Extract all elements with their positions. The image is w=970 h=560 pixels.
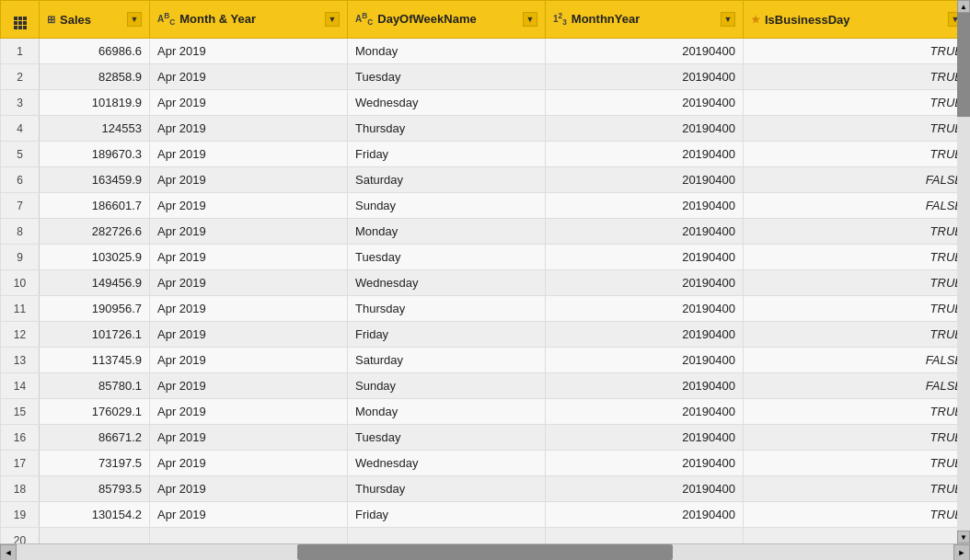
row-number: 4 xyxy=(1,116,40,142)
isbizday-cell: TRUE xyxy=(744,296,971,322)
month-year-cell: Apr 2019 xyxy=(150,502,348,528)
vscroll-track[interactable] xyxy=(957,13,970,531)
table-row: 9103025.9Apr 2019Tuesday20190400TRUE xyxy=(1,245,971,270)
table-row-empty: 20 xyxy=(1,528,971,544)
sales-cell: 85780.1 xyxy=(40,373,150,399)
table-scroll-area: ⊞ Sales ▼ ABC Month & Year ▼ xyxy=(0,0,970,543)
isbizday-cell: TRUE xyxy=(744,142,971,167)
row-number: 15 xyxy=(1,399,40,425)
sales-cell: 190956.7 xyxy=(40,296,150,322)
monthnyear-cell: 20190400 xyxy=(546,322,744,348)
day-name-cell: Wednesday xyxy=(348,451,546,476)
table-row: 5189670.3Apr 2019Friday20190400TRUE xyxy=(1,142,971,167)
row-number: 1 xyxy=(1,39,40,64)
scroll-left-button[interactable]: ◄ xyxy=(0,544,17,561)
row-number: 8 xyxy=(1,219,40,245)
month-year-cell: Apr 2019 xyxy=(150,399,348,425)
sales-cell: 85793.5 xyxy=(40,476,150,502)
row-number: 17 xyxy=(1,451,40,476)
empty-cell xyxy=(546,528,744,544)
monthnyear-cell: 20190400 xyxy=(546,116,744,142)
monthnyear-cell: 20190400 xyxy=(546,39,744,64)
table-row: 11190956.7Apr 2019Thursday20190400TRUE xyxy=(1,296,971,322)
scroll-up-button[interactable]: ▲ xyxy=(957,0,970,13)
monthnyear-column-header[interactable]: 123 MonthnYear ▼ xyxy=(546,1,744,39)
month-year-cell: Apr 2019 xyxy=(150,90,348,116)
vscroll-thumb[interactable] xyxy=(957,13,970,117)
monthnyear-filter-button[interactable]: ▼ xyxy=(721,12,735,27)
empty-cell xyxy=(744,528,971,544)
table-row: 10149456.9Apr 2019Wednesday20190400TRUE xyxy=(1,270,971,296)
isbizday-cell: FALSE xyxy=(744,373,971,399)
sales-cell: 66986.6 xyxy=(40,39,150,64)
sales-column-header[interactable]: ⊞ Sales ▼ xyxy=(40,1,150,39)
dayofweek-filter-button[interactable]: ▼ xyxy=(523,12,537,27)
table-row: 3101819.9Apr 2019Wednesday20190400TRUE xyxy=(1,90,971,116)
monthnyear-cell: 20190400 xyxy=(546,90,744,116)
day-name-cell: Thursday xyxy=(348,476,546,502)
table-row: 15176029.1Apr 2019Monday20190400TRUE xyxy=(1,399,971,425)
monthnyear-cell: 20190400 xyxy=(546,348,744,373)
month-year-header-label: Month & Year xyxy=(179,12,320,26)
data-table: ⊞ Sales ▼ ABC Month & Year ▼ xyxy=(0,0,970,560)
empty-cell xyxy=(348,528,546,544)
isbizday-cell: TRUE xyxy=(744,399,971,425)
dayofweek-column-header[interactable]: ABC DayOfWeekName ▼ xyxy=(348,1,546,39)
table-row: 8282726.6Apr 2019Monday20190400TRUE xyxy=(1,219,971,245)
dayofweek-header-label: DayOfWeekName xyxy=(377,12,518,26)
month-year-column-header[interactable]: ABC Month & Year ▼ xyxy=(150,1,348,39)
table-body: 166986.6Apr 2019Monday20190400TRUE282858… xyxy=(1,39,971,544)
isbizday-cell: TRUE xyxy=(744,322,971,348)
monthnyear-cell: 20190400 xyxy=(546,142,744,167)
day-name-cell: Wednesday xyxy=(348,90,546,116)
sales-cell: 101726.1 xyxy=(40,322,150,348)
monthnyear-cell: 20190400 xyxy=(546,502,744,528)
month-year-cell: Apr 2019 xyxy=(150,219,348,245)
sales-cell: 282726.6 xyxy=(40,219,150,245)
sales-cell: 101819.9 xyxy=(40,90,150,116)
sales-filter-button[interactable]: ▼ xyxy=(127,12,142,27)
monthnyear-cell: 20190400 xyxy=(546,245,744,270)
sales-cell: 186601.7 xyxy=(40,193,150,219)
sales-cell: 82858.9 xyxy=(40,64,150,90)
sales-cell: 103025.9 xyxy=(40,245,150,270)
isbizday-column-header[interactable]: ★ IsBusinessDay ▼ xyxy=(744,1,971,39)
monthnyear-cell: 20190400 xyxy=(546,373,744,399)
month-year-filter-button[interactable]: ▼ xyxy=(325,12,340,27)
table-row: 282858.9Apr 2019Tuesday20190400TRUE xyxy=(1,64,971,90)
hscroll-track[interactable] xyxy=(17,544,953,560)
table-row: 13113745.9Apr 2019Saturday20190400FALSE xyxy=(1,348,971,373)
vertical-scrollbar[interactable]: ▲ ▼ xyxy=(957,0,970,543)
horizontal-scrollbar[interactable]: ◄ ► xyxy=(0,543,970,560)
hscroll-thumb[interactable] xyxy=(297,544,672,560)
monthnyear-header-label: MonthnYear xyxy=(572,12,716,26)
isbizday-cell: TRUE xyxy=(744,245,971,270)
row-number: 10 xyxy=(1,270,40,296)
isbizday-cell: FALSE xyxy=(744,193,971,219)
dayofweek-icon: ABC xyxy=(355,11,373,27)
monthnyear-cell: 20190400 xyxy=(546,425,744,451)
header-row: ⊞ Sales ▼ ABC Month & Year ▼ xyxy=(1,1,971,39)
month-year-cell: Apr 2019 xyxy=(150,245,348,270)
isbizday-cell: TRUE xyxy=(744,451,971,476)
isbizday-icon: ★ xyxy=(751,14,760,26)
month-year-cell: Apr 2019 xyxy=(150,116,348,142)
monthnyear-cell: 20190400 xyxy=(546,270,744,296)
month-year-cell: Apr 2019 xyxy=(150,296,348,322)
isbizday-cell: FALSE xyxy=(744,167,971,193)
row-number: 18 xyxy=(1,476,40,502)
sales-cell: 130154.2 xyxy=(40,502,150,528)
month-year-cell: Apr 2019 xyxy=(150,193,348,219)
month-year-cell: Apr 2019 xyxy=(150,142,348,167)
scroll-down-button[interactable]: ▼ xyxy=(957,531,970,543)
isbizday-cell: TRUE xyxy=(744,90,971,116)
scroll-right-button[interactable]: ► xyxy=(953,544,970,561)
day-name-cell: Saturday xyxy=(348,167,546,193)
month-year-cell: Apr 2019 xyxy=(150,348,348,373)
sales-cell: 149456.9 xyxy=(40,270,150,296)
sales-cell: 113745.9 xyxy=(40,348,150,373)
monthnyear-cell: 20190400 xyxy=(546,219,744,245)
day-name-cell: Friday xyxy=(348,502,546,528)
sales-cell: 189670.3 xyxy=(40,142,150,167)
sales-header-label: Sales xyxy=(60,13,122,27)
